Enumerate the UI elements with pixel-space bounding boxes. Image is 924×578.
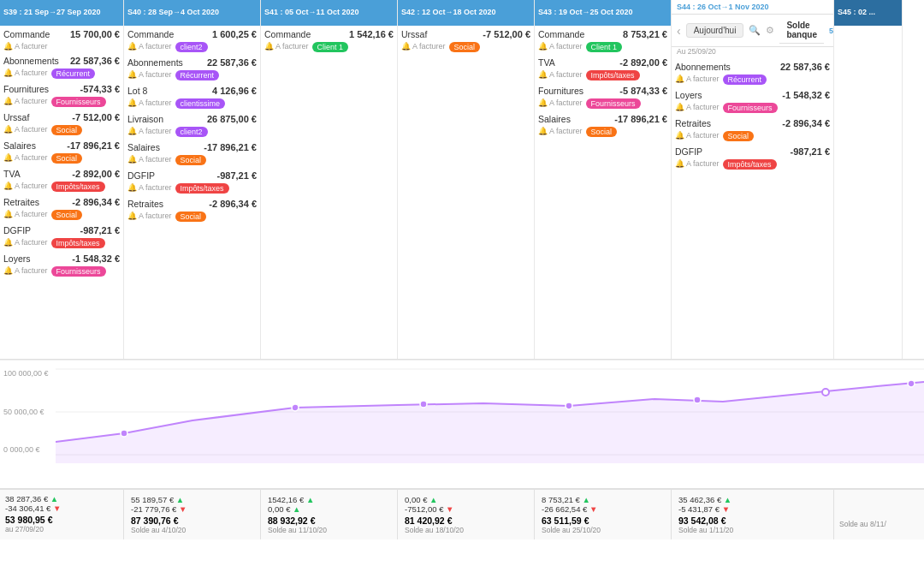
next-col-indicator: 5 — [829, 27, 833, 35]
badge-client2: client2 — [175, 42, 208, 52]
footer-date-s40: Solde au 4/10/20 — [131, 526, 253, 534]
footer-date-s43: Solde au 25/10/20 — [542, 526, 664, 534]
filter-icon[interactable]: ⚙ — [766, 25, 774, 36]
badge-impots: Impôts/taxes — [175, 183, 229, 194]
list-item: DGFIP -987,21 € 🔔 A facturer Impôts/taxe… — [3, 225, 120, 248]
week-header-s45[interactable]: S45 : 02 ... — [834, 0, 902, 26]
list-item: Commande 8 753,21 € 🔔 A facturer Client … — [538, 29, 667, 52]
footer-col-s45: Solde au 8/11/ — [834, 490, 903, 539]
list-item: Retraites -2 896,34 € 🔔 A facturer Socia… — [675, 118, 830, 141]
footer-solde-s40: 87 390,76 € — [131, 515, 253, 526]
column-s41: S41 : 05 Oct→11 Oct 2020 Commande 1 542,… — [261, 0, 398, 359]
footer-date-s39: au 27/09/20 — [5, 525, 118, 533]
week-items-s41: Commande 1 542,16 € 🔔 A facturer Client … — [261, 26, 397, 359]
solde-banque-label: Solde banque — [779, 17, 824, 44]
list-item: Commande 1 542,16 € 🔔 A facturer Client … — [264, 29, 394, 52]
week-header-s40[interactable]: S40 : 28 Sep→4 Oct 2020 — [124, 0, 260, 26]
chart-area: 100 000,00 € 50 000,00 € 0 000,00 € — [0, 360, 924, 488]
list-item: Fournitures -574,33 € 🔔 A facturer Fourn… — [3, 84, 120, 107]
footer-solde-s44: 93 542,08 € — [678, 515, 826, 526]
badge-social: Social — [723, 131, 755, 141]
main-container: S39 : 21 Sep→27 Sep 2020 Commande 15 700… — [0, 0, 924, 578]
footer-solde-s43: 63 511,59 € — [542, 515, 664, 526]
week-items-s43: Commande 8 753,21 € 🔔 A facturer Client … — [535, 26, 671, 359]
svg-point-8 — [822, 389, 829, 396]
badge-fournisseurs: Fournisseurs — [51, 97, 106, 107]
badge-recurrent: Récurrent — [723, 74, 767, 85]
badge-social: Social — [51, 125, 83, 135]
footer-col-s44: 35 462,36 € ▲ -5 431,87 € ▼ 93 542,08 € … — [672, 490, 834, 539]
y-label-bot: 0 000,00 € — [3, 445, 52, 454]
list-item: DGFIP -987,21 € 🔔 A facturer Impôts/taxe… — [675, 146, 830, 170]
week-header-s42[interactable]: S42 : 12 Oct→18 Oct 2020 — [398, 0, 534, 26]
badge-impots: Impôts/taxes — [723, 159, 777, 170]
column-s43: S43 : 19 Oct→25 Oct 2020 Commande 8 753,… — [535, 0, 672, 359]
footer-col-s43: 8 753,21 € ▲ -26 662,54 € ▼ 63 511,59 € … — [535, 490, 672, 539]
list-item: Urssaf -7 512,00 € 🔔 A facturer Social — [3, 112, 120, 135]
footer-solde-s42: 81 420,92 € — [405, 515, 527, 526]
badge-client2: client2 — [175, 127, 208, 137]
list-item: Salaires -17 896,21 € 🔔 A facturer Socia… — [127, 142, 257, 165]
svg-point-4 — [292, 404, 299, 411]
list-item: Loyers -1 548,32 € 🔔 A facturer Fourniss… — [675, 90, 830, 113]
footer-col-s40: 55 189,57 € ▲ -21 779,76 € ▼ 87 390,76 €… — [124, 490, 261, 539]
footer-income-s39: 38 287,36 € ▲ — [5, 494, 118, 504]
week-header-s43[interactable]: S43 : 19 Oct→25 Oct 2020 — [535, 0, 671, 26]
footer-col-s39: 38 287,36 € ▲ -34 306,41 € ▼ 53 980,95 €… — [0, 490, 124, 539]
list-item: Retraites -2 896,34 € 🔔 A facturer Socia… — [127, 199, 257, 222]
week-header-s39[interactable]: S39 : 21 Sep→27 Sep 2020 — [0, 0, 123, 26]
today-button[interactable]: Aujourd'hui — [686, 23, 744, 38]
badge-fournisseurs: Fournisseurs — [723, 103, 778, 113]
footer-income-s42: 0,00 € ▲ — [405, 495, 527, 504]
list-item: Lot 8 4 126,96 € 🔔 A facturer clientissi… — [127, 86, 257, 109]
week-items-s40: Commande 1 600,25 € 🔔 A facturer client2… — [124, 26, 260, 359]
badge-client1: Client 1 — [586, 42, 623, 52]
chart-svg — [56, 361, 924, 463]
column-s40: S40 : 28 Sep→4 Oct 2020 Commande 1 600,2… — [124, 0, 261, 359]
footer-expense-s40: -21 779,76 € ▼ — [131, 504, 253, 514]
badge-social: Social — [51, 153, 83, 164]
list-item: Loyers -1 548,32 € 🔔 A facturer Fourniss… — [3, 253, 120, 277]
week-items-s44: Abonnements 22 587,36 € 🔔 A facturer Réc… — [672, 58, 833, 359]
badge-social: Social — [449, 42, 481, 52]
badge-social: Social — [51, 210, 83, 220]
column-s39-partial: S39 : 21 Sep→27 Sep 2020 Commande 15 700… — [0, 0, 124, 359]
chart-y-labels: 100 000,00 € 50 000,00 € 0 000,00 € — [0, 361, 56, 462]
badge-recurrent: Récurrent — [51, 69, 96, 79]
footer-date-s45: Solde au 8/11/ — [839, 520, 897, 528]
prev-arrow[interactable]: ‹ — [677, 24, 681, 38]
svg-point-6 — [566, 402, 572, 409]
search-icon[interactable]: 🔍 — [749, 25, 761, 36]
list-item: DGFIP -987,21 € 🔔 A facturer Impôts/taxe… — [127, 170, 257, 194]
badge-clientissime: clientissime — [175, 98, 226, 109]
badge-social: Social — [175, 155, 207, 165]
footer-solde-s41: 88 932,92 € — [268, 515, 390, 526]
svg-point-5 — [420, 401, 427, 408]
footer-date-s44: Solde au 1/11/20 — [678, 526, 826, 534]
badge-impots: Impôts/taxes — [586, 70, 640, 80]
badge-client1: Client 1 — [312, 42, 349, 52]
footer-expense-s43: -26 662,54 € ▼ — [542, 504, 664, 514]
badge-impots: Impôts/taxes — [51, 182, 105, 192]
footer-area: 38 287,36 € ▲ -34 306,41 € ▼ 53 980,95 €… — [0, 488, 924, 539]
columns-area: S39 : 21 Sep→27 Sep 2020 Commande 15 700… — [0, 0, 924, 360]
badge-fournisseurs: Fournisseurs — [51, 266, 106, 277]
footer-expense-s41: 0,00 € ▲ — [268, 504, 390, 514]
special-header: ‹ Aujourd'hui 🔍 ⚙ Solde banque 5 — [672, 15, 833, 47]
footer-col-s41: 1542,16 € ▲ 0,00 € ▲ 88 932,92 € Solde a… — [261, 490, 398, 539]
list-item: Salaires -17 896,21 € 🔔 A facturer Socia… — [538, 114, 667, 137]
footer-expense-s42: -7512,00 € ▼ — [405, 504, 527, 514]
list-item: Abonnements 22 587,36 € 🔔 A facturer Réc… — [127, 57, 257, 80]
footer-date-s41: Solde au 11/10/20 — [268, 526, 390, 534]
week-header-s41[interactable]: S41 : 05 Oct→11 Oct 2020 — [261, 0, 397, 26]
badge-social: Social — [175, 212, 207, 222]
footer-income-s40: 55 189,57 € ▲ — [131, 495, 253, 504]
list-item: Retraites -2 896,34 € 🔔 A facturer Socia… — [3, 197, 120, 220]
week-items-s39: Commande 15 700,00 € 🔔 A facturer Abonne… — [0, 26, 123, 359]
week-items-s45 — [834, 26, 902, 359]
badge-fournisseurs: Fournisseurs — [586, 98, 641, 109]
footer-income-s41: 1542,16 € ▲ — [268, 495, 390, 504]
list-item: Commande 1 600,25 € 🔔 A facturer client2 — [127, 29, 257, 52]
list-item: Abonnements 22 587,36 € 🔔 A facturer Réc… — [675, 62, 830, 85]
footer-income-s43: 8 753,21 € ▲ — [542, 495, 664, 504]
